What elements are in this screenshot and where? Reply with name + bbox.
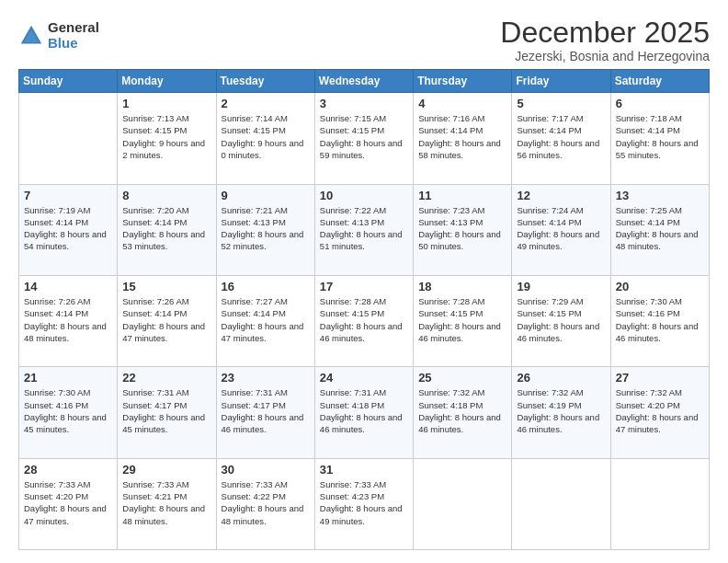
sunrise-text: Sunrise: 7:33 AM xyxy=(222,479,288,489)
table-cell: 4 Sunrise: 7:16 AM Sunset: 4:14 PM Dayli… xyxy=(414,93,512,184)
sunset-text: Sunset: 4:14 PM xyxy=(24,308,88,318)
daylight-text: Daylight: 8 hours and 51 minutes. xyxy=(320,229,403,251)
day-info: Sunrise: 7:31 AM Sunset: 4:17 PM Dayligh… xyxy=(222,386,310,435)
day-number: 20 xyxy=(616,280,704,293)
day-number: 25 xyxy=(418,371,506,385)
sunset-text: Sunset: 4:14 PM xyxy=(418,125,483,135)
table-cell: 16 Sunrise: 7:27 AM Sunset: 4:14 PM Dayl… xyxy=(216,275,314,366)
day-info: Sunrise: 7:27 AM Sunset: 4:14 PM Dayligh… xyxy=(222,295,310,344)
day-info: Sunrise: 7:31 AM Sunset: 4:18 PM Dayligh… xyxy=(320,386,408,435)
day-info: Sunrise: 7:17 AM Sunset: 4:14 PM Dayligh… xyxy=(517,112,605,161)
week-row-4: 21 Sunrise: 7:30 AM Sunset: 4:16 PM Dayl… xyxy=(19,367,710,458)
sunset-text: Sunset: 4:20 PM xyxy=(616,400,680,410)
day-number: 16 xyxy=(222,280,310,293)
header-tuesday: Tuesday xyxy=(216,70,314,93)
table-cell: 19 Sunrise: 7:29 AM Sunset: 4:15 PM Dayl… xyxy=(512,275,610,366)
day-number: 14 xyxy=(24,280,112,293)
sunrise-text: Sunrise: 7:21 AM xyxy=(222,205,288,215)
table-cell: 14 Sunrise: 7:26 AM Sunset: 4:14 PM Dayl… xyxy=(19,275,118,366)
table-cell: 18 Sunrise: 7:28 AM Sunset: 4:15 PM Dayl… xyxy=(414,275,512,366)
daylight-text: Daylight: 8 hours and 47 minutes. xyxy=(222,321,304,343)
daylight-text: Daylight: 8 hours and 45 minutes. xyxy=(122,412,205,434)
day-number: 24 xyxy=(320,371,408,385)
sunrise-text: Sunrise: 7:13 AM xyxy=(122,113,188,123)
sunrise-text: Sunrise: 7:31 AM xyxy=(222,387,288,397)
daylight-text: Daylight: 9 hours and 0 minutes. xyxy=(222,138,304,160)
sunset-text: Sunset: 4:15 PM xyxy=(320,125,384,135)
sunrise-text: Sunrise: 7:29 AM xyxy=(517,296,583,306)
sunset-text: Sunset: 4:15 PM xyxy=(517,308,581,318)
day-info: Sunrise: 7:19 AM Sunset: 4:14 PM Dayligh… xyxy=(24,204,112,253)
header-thursday: Thursday xyxy=(414,70,512,93)
sunset-text: Sunset: 4:14 PM xyxy=(517,125,581,135)
header-saturday: Saturday xyxy=(610,70,709,93)
day-number: 17 xyxy=(320,280,408,293)
sunrise-text: Sunrise: 7:28 AM xyxy=(418,296,484,306)
day-number: 13 xyxy=(616,189,704,202)
sunrise-text: Sunrise: 7:25 AM xyxy=(616,205,682,215)
daylight-text: Daylight: 8 hours and 46 minutes. xyxy=(222,412,304,434)
daylight-text: Daylight: 8 hours and 54 minutes. xyxy=(24,229,107,251)
week-row-2: 7 Sunrise: 7:19 AM Sunset: 4:14 PM Dayli… xyxy=(19,184,710,275)
calendar-table: Sunday Monday Tuesday Wednesday Thursday… xyxy=(18,69,710,550)
table-cell: 11 Sunrise: 7:23 AM Sunset: 4:13 PM Dayl… xyxy=(414,184,512,275)
month-title: December 2025 xyxy=(500,17,710,49)
sunset-text: Sunset: 4:23 PM xyxy=(320,491,384,501)
day-info: Sunrise: 7:28 AM Sunset: 4:15 PM Dayligh… xyxy=(418,295,506,344)
day-info: Sunrise: 7:23 AM Sunset: 4:13 PM Dayligh… xyxy=(418,204,506,253)
day-info: Sunrise: 7:16 AM Sunset: 4:14 PM Dayligh… xyxy=(418,112,506,161)
day-info: Sunrise: 7:13 AM Sunset: 4:15 PM Dayligh… xyxy=(122,112,210,161)
table-cell: 10 Sunrise: 7:22 AM Sunset: 4:13 PM Dayl… xyxy=(314,184,413,275)
sunset-text: Sunset: 4:13 PM xyxy=(222,217,286,227)
daylight-text: Daylight: 8 hours and 46 minutes. xyxy=(418,412,501,434)
sunset-text: Sunset: 4:13 PM xyxy=(320,217,384,227)
sunset-text: Sunset: 4:17 PM xyxy=(122,400,187,410)
sunset-text: Sunset: 4:15 PM xyxy=(418,308,483,318)
table-cell: 6 Sunrise: 7:18 AM Sunset: 4:14 PM Dayli… xyxy=(610,93,709,184)
daylight-text: Daylight: 8 hours and 50 minutes. xyxy=(418,229,501,251)
table-cell: 5 Sunrise: 7:17 AM Sunset: 4:14 PM Dayli… xyxy=(512,93,610,184)
sunrise-text: Sunrise: 7:32 AM xyxy=(517,387,583,397)
day-info: Sunrise: 7:26 AM Sunset: 4:14 PM Dayligh… xyxy=(122,295,210,344)
sunset-text: Sunset: 4:18 PM xyxy=(418,400,483,410)
sunrise-text: Sunrise: 7:33 AM xyxy=(122,479,188,489)
sunset-text: Sunset: 4:14 PM xyxy=(616,125,680,135)
day-info: Sunrise: 7:26 AM Sunset: 4:14 PM Dayligh… xyxy=(24,295,112,344)
day-number: 5 xyxy=(517,97,605,110)
daylight-text: Daylight: 8 hours and 46 minutes. xyxy=(320,412,403,434)
day-number: 30 xyxy=(222,463,310,477)
sunset-text: Sunset: 4:16 PM xyxy=(24,400,88,410)
logo-text: General Blue xyxy=(48,20,99,51)
day-info: Sunrise: 7:20 AM Sunset: 4:14 PM Dayligh… xyxy=(122,204,210,253)
sunrise-text: Sunrise: 7:31 AM xyxy=(320,387,386,397)
sunrise-text: Sunrise: 7:30 AM xyxy=(24,387,90,397)
table-cell: 20 Sunrise: 7:30 AM Sunset: 4:16 PM Dayl… xyxy=(610,275,709,366)
day-info: Sunrise: 7:29 AM Sunset: 4:15 PM Dayligh… xyxy=(517,295,605,344)
sunrise-text: Sunrise: 7:19 AM xyxy=(24,205,90,215)
day-number: 18 xyxy=(418,280,506,293)
day-number: 8 xyxy=(122,189,210,202)
sunset-text: Sunset: 4:15 PM xyxy=(320,308,384,318)
table-cell: 15 Sunrise: 7:26 AM Sunset: 4:14 PM Dayl… xyxy=(118,275,216,366)
sunset-text: Sunset: 4:14 PM xyxy=(122,217,187,227)
daylight-text: Daylight: 8 hours and 55 minutes. xyxy=(616,138,699,160)
sunrise-text: Sunrise: 7:28 AM xyxy=(320,296,386,306)
day-number: 27 xyxy=(616,371,704,385)
day-number: 29 xyxy=(122,463,210,477)
sunset-text: Sunset: 4:22 PM xyxy=(222,491,286,501)
daylight-text: Daylight: 8 hours and 46 minutes. xyxy=(320,321,403,343)
daylight-text: Daylight: 8 hours and 48 minutes. xyxy=(616,229,699,251)
table-cell: 13 Sunrise: 7:25 AM Sunset: 4:14 PM Dayl… xyxy=(610,184,709,275)
day-number: 7 xyxy=(24,189,112,202)
table-cell xyxy=(414,458,512,549)
daylight-text: Daylight: 8 hours and 46 minutes. xyxy=(517,412,599,434)
table-cell: 21 Sunrise: 7:30 AM Sunset: 4:16 PM Dayl… xyxy=(19,367,118,458)
daylight-text: Daylight: 8 hours and 45 minutes. xyxy=(24,412,107,434)
sunset-text: Sunset: 4:14 PM xyxy=(222,308,286,318)
sunset-text: Sunset: 4:14 PM xyxy=(24,217,88,227)
day-info: Sunrise: 7:14 AM Sunset: 4:15 PM Dayligh… xyxy=(222,112,310,161)
sunrise-text: Sunrise: 7:24 AM xyxy=(517,205,583,215)
logo-icon xyxy=(18,23,44,49)
daylight-text: Daylight: 8 hours and 56 minutes. xyxy=(517,138,599,160)
sunset-text: Sunset: 4:14 PM xyxy=(517,217,581,227)
